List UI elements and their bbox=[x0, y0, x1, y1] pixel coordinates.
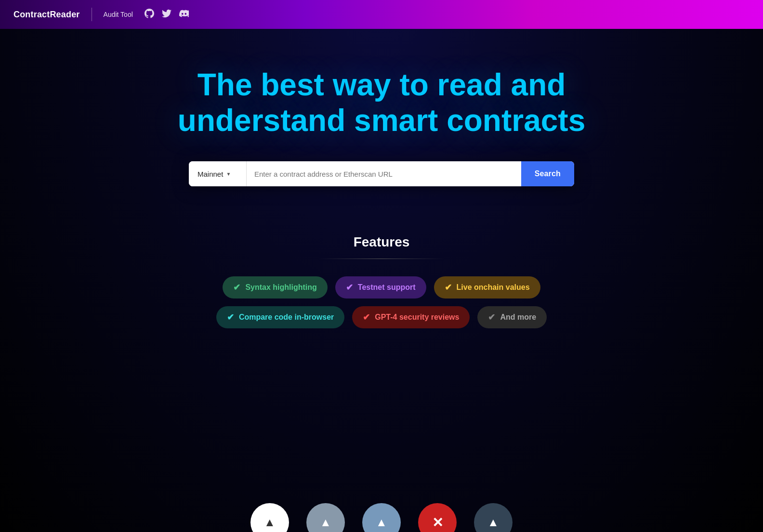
logo-circle-4: ✕ bbox=[418, 503, 457, 532]
features-row-2: ✔ Compare code in-browser ✔ GPT-4 securi… bbox=[216, 306, 547, 328]
features-section: Features ✔ Syntax highlighting ✔ Testnet… bbox=[0, 234, 763, 328]
search-input[interactable] bbox=[247, 161, 521, 186]
navbar: ContractReader Audit Tool bbox=[0, 0, 763, 29]
check-icon-syntax: ✔ bbox=[233, 282, 240, 293]
features-divider bbox=[319, 259, 444, 259]
badge-compare-code: ✔ Compare code in-browser bbox=[216, 306, 344, 328]
badge-gpt4-security: ✔ GPT-4 security reviews bbox=[352, 306, 470, 328]
badge-and-more: ✔ And more bbox=[477, 306, 547, 328]
badge-syntax-label: Syntax highlighting bbox=[245, 283, 316, 292]
badge-testnet-support: ✔ Testnet support bbox=[335, 276, 426, 298]
search-button[interactable]: Search bbox=[521, 161, 574, 186]
hero-section: The best way to read and understand smar… bbox=[0, 0, 763, 532]
network-label: Mainnet bbox=[197, 170, 223, 178]
check-icon-testnet: ✔ bbox=[346, 282, 353, 293]
nav-social-icons bbox=[145, 9, 189, 21]
logo-circle-2: ▲ bbox=[306, 503, 345, 532]
badge-gpt4-label: GPT-4 security reviews bbox=[375, 313, 459, 322]
badge-live-onchain: ✔ Live onchain values bbox=[434, 276, 540, 298]
check-icon-gpt4: ✔ bbox=[363, 312, 370, 323]
audit-tool-link[interactable]: Audit Tool bbox=[104, 11, 133, 18]
features-grid: ✔ Syntax highlighting ✔ Testnet support … bbox=[216, 276, 547, 328]
search-bar: Mainnet ▼ Search bbox=[189, 161, 574, 186]
check-icon-compare: ✔ bbox=[227, 312, 234, 323]
site-logo[interactable]: ContractReader bbox=[13, 10, 80, 20]
features-row-1: ✔ Syntax highlighting ✔ Testnet support … bbox=[223, 276, 540, 298]
hero-title: The best way to read and understand smar… bbox=[178, 67, 585, 138]
twitter-icon[interactable] bbox=[162, 9, 171, 21]
github-icon[interactable] bbox=[145, 9, 154, 21]
check-icon-more: ✔ bbox=[488, 312, 495, 323]
badge-compare-label: Compare code in-browser bbox=[239, 313, 334, 322]
logo-circle-5: ▲ bbox=[474, 503, 513, 532]
badge-syntax-highlighting: ✔ Syntax highlighting bbox=[223, 276, 327, 298]
badge-more-label: And more bbox=[500, 313, 536, 322]
badge-testnet-label: Testnet support bbox=[358, 283, 416, 292]
discord-icon[interactable] bbox=[179, 9, 189, 21]
network-selector[interactable]: Mainnet ▼ bbox=[189, 161, 247, 186]
logo-circle-3: ▲ bbox=[362, 503, 401, 532]
features-title: Features bbox=[354, 234, 410, 250]
check-icon-onchain: ✔ bbox=[445, 282, 452, 293]
badge-onchain-label: Live onchain values bbox=[457, 283, 530, 292]
bottom-logos-section: ▲ ▲ ▲ ✕ ▲ bbox=[0, 498, 763, 532]
chevron-down-icon: ▼ bbox=[226, 171, 231, 177]
nav-divider bbox=[92, 8, 92, 21]
logo-circle-1: ▲ bbox=[250, 503, 289, 532]
